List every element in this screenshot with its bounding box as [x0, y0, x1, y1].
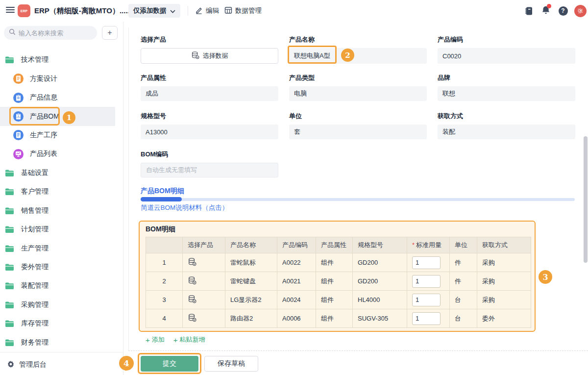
help-icon[interactable]: ?: [558, 6, 568, 16]
admin-console-link[interactable]: 管理后台: [7, 357, 47, 373]
field-label: BOM编码: [141, 150, 278, 159]
table-row: 2 雷蛇键盘 A0021 组件 GD200 件 采购: [146, 272, 531, 291]
erp-app-window: ERP ERP（精细版-离散MTO）...... 仅添加数据 编辑 数据管理: [0, 0, 588, 375]
sidebar-item-product-list[interactable]: 产品列表: [0, 145, 123, 163]
notifications-bell-icon[interactable]: [541, 6, 551, 16]
journal-icon[interactable]: [524, 6, 534, 16]
row-unit: 件: [450, 253, 477, 272]
tab-indicator-active: [141, 197, 182, 201]
product-name-value: 联想电脑A型: [289, 48, 427, 64]
sidebar-item-outsourcing-management[interactable]: 委外管理: [0, 258, 123, 276]
gear-icon: [7, 360, 15, 370]
add-app-button[interactable]: +: [102, 26, 118, 40]
tab-product-bom-detail[interactable]: 产品BOM明细: [141, 187, 184, 196]
field-brand: 品牌 联想: [438, 74, 575, 101]
row-unit: 台: [450, 291, 477, 309]
sidebar-toggle-icon[interactable]: [6, 7, 15, 14]
table-grid-icon: [224, 6, 232, 16]
sidebar-item-basic-settings[interactable]: 基础设置: [0, 164, 123, 182]
select-data-button[interactable]: 选择数据: [141, 48, 278, 64]
acquisition-method-value: 装配: [438, 125, 575, 139]
sidebar-item-production-management[interactable]: 生产管理: [0, 239, 123, 257]
col-select-product: 选择产品: [183, 237, 225, 253]
field-label: 产品属性: [141, 74, 278, 82]
row-index: 2: [146, 272, 183, 291]
sidebar-item-product-info[interactable]: 产品信息: [0, 88, 123, 107]
col-product-code: 产品编码: [277, 237, 316, 253]
row-product-code: A0022: [277, 253, 316, 272]
folder-icon: [5, 245, 14, 252]
row-product-code: A0021: [277, 272, 316, 291]
row-product-name: 雷蛇键盘: [225, 272, 277, 291]
field-label: 选择产品: [141, 35, 278, 44]
table-actions: +添加 +粘贴新增: [146, 335, 205, 344]
sidebar-search[interactable]: [4, 26, 97, 40]
product-attr-value: 成品: [141, 86, 278, 101]
row-select-product-button[interactable]: [183, 253, 225, 272]
row-product-attr: 组件: [316, 309, 353, 328]
row-select-product-button[interactable]: [183, 272, 225, 291]
col-product-attr: 产品属性: [316, 237, 353, 253]
submit-button[interactable]: 提交: [141, 356, 198, 372]
app-logo: ERP: [18, 4, 30, 17]
bom-detail-panel: BOM明细 选择产品 产品名称 产品编码 产品属性 规格型号 *标准用量 单位 …: [139, 221, 536, 332]
unit-value: 套: [289, 125, 427, 139]
tab-indicator-track: [141, 198, 575, 201]
sidebar-item-product-bom[interactable]: 产品BOM: [0, 107, 115, 125]
sidebar-item-assembly-management[interactable]: 装配管理: [0, 276, 123, 295]
field-spec-model: 规格型号 A13000: [141, 112, 278, 139]
folder-icon: [5, 169, 14, 177]
bom-detail-title: BOM明细: [146, 225, 175, 234]
data-management-button[interactable]: 数据管理: [224, 4, 262, 18]
sidebar-item-tech-management[interactable]: 技术管理: [0, 50, 123, 69]
save-draft-button[interactable]: 保存草稿: [204, 356, 258, 372]
edit-button[interactable]: 编辑: [195, 4, 219, 18]
col-unit: 单位: [450, 237, 477, 253]
plus-icon: +: [173, 336, 178, 344]
search-icon: [9, 28, 16, 37]
row-product-attr: 组件: [316, 291, 353, 309]
col-spec-model: 规格型号: [353, 237, 407, 253]
sidebar-item-sales-management[interactable]: 销售管理: [0, 201, 123, 220]
row-spec-model: GD200: [353, 272, 407, 291]
qty-input[interactable]: [412, 294, 441, 306]
add-row-link[interactable]: +添加: [146, 335, 165, 344]
field-label: 单位: [289, 112, 427, 121]
sidebar-item-customer-management[interactable]: 客户管理: [0, 182, 123, 201]
row-select-product-button[interactable]: [183, 291, 225, 309]
qty-input[interactable]: [412, 312, 441, 325]
sidebar-item-finance-management[interactable]: 财务管理: [0, 333, 123, 352]
sidebar-nav: 技术管理 方案设计 产品信息 产品BOM 生产工序: [0, 50, 123, 352]
row-product-name: 路由器2: [225, 309, 277, 328]
toolbar-divider: [188, 6, 188, 16]
row-index: 1: [146, 253, 183, 272]
scrollbar-thumb[interactable]: [584, 136, 588, 263]
qty-input[interactable]: [412, 275, 441, 288]
row-select-product-button[interactable]: [183, 309, 225, 328]
sidebar-item-procurement-management[interactable]: 采购管理: [0, 296, 123, 314]
bom-help-link[interactable]: 简道云BOM说明材料（点击）: [141, 203, 228, 212]
row-qty-cell: [407, 272, 450, 291]
sidebar-item-scheme-design[interactable]: 方案设计: [0, 69, 123, 88]
data-management-label: 数据管理: [235, 6, 262, 15]
search-input[interactable]: [19, 29, 87, 37]
row-method: 采购: [477, 291, 531, 309]
qty-input[interactable]: [412, 256, 441, 269]
brand-value: 联想: [438, 86, 575, 101]
table-row: 4 路由器2 A0006 组件 SUGV-305 台 委外: [146, 309, 531, 328]
folder-icon: [5, 263, 14, 271]
document-icon: [13, 74, 24, 84]
field-label: 产品名称: [289, 35, 427, 44]
sidebar-item-production-process[interactable]: 生产工序: [0, 126, 123, 145]
field-unit: 单位 套: [289, 112, 427, 139]
row-product-name: LG显示器2: [225, 291, 277, 309]
bom-code-placeholder: 自动生成无需填写: [141, 163, 278, 177]
row-method: 采购: [477, 272, 531, 291]
sidebar-item-planning-management[interactable]: 计划管理: [0, 220, 123, 239]
plus-icon: +: [146, 336, 150, 344]
add-data-mode-dropdown[interactable]: 仅添加数据: [128, 4, 180, 18]
sidebar-item-inventory-management[interactable]: 库存管理: [0, 314, 123, 333]
user-avatar[interactable]: 张: [574, 5, 587, 17]
notification-dot: [547, 4, 551, 8]
paste-add-link[interactable]: +粘贴新增: [173, 335, 205, 344]
